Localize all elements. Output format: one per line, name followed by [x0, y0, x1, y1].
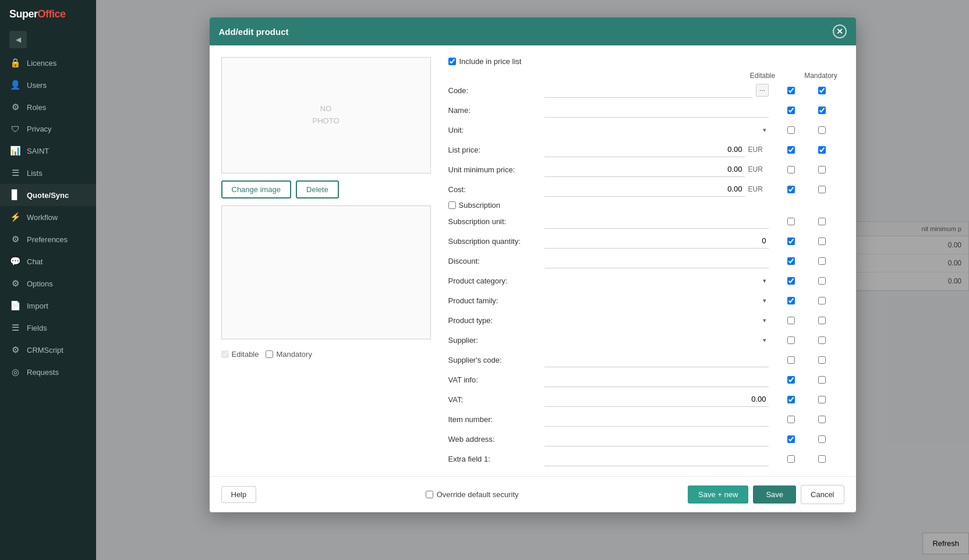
override-security-label[interactable]: Override default security: [426, 490, 519, 499]
list-price-mandatory-checkbox[interactable]: [818, 146, 826, 154]
description-input[interactable]: [222, 206, 430, 339]
field-row-code: Code: ⋯: [448, 82, 844, 98]
vat-info-mandatory-checkbox[interactable]: [818, 376, 826, 384]
editable-checkbox-label[interactable]: Editable: [221, 350, 259, 359]
suppliers-code-mandatory-checkbox[interactable]: [818, 356, 826, 364]
footer-left: Help: [221, 486, 257, 503]
include-price-list-checkbox[interactable]: [448, 58, 456, 65]
mandatory-checkbox[interactable]: [266, 350, 273, 358]
sidebar-item-options[interactable]: ⚙ Options: [0, 272, 96, 295]
mandatory-checkbox-label[interactable]: Mandatory: [266, 350, 312, 359]
field-row-product-type: Product type: ▾: [448, 312, 844, 328]
override-security-checkbox[interactable]: [426, 491, 433, 498]
sidebar-item-lists[interactable]: ☰ Lists: [0, 162, 96, 184]
sidebar-item-users[interactable]: 👤 Users: [0, 74, 96, 96]
field-label-web-address: Web address:: [448, 435, 544, 444]
sub-unit-mandatory-checkbox[interactable]: [818, 218, 826, 225]
sidebar-item-workflow[interactable]: ⚡ Workflow: [0, 206, 96, 228]
sidebar-item-label: Privacy: [27, 125, 52, 133]
vat-input[interactable]: [544, 392, 769, 407]
sidebar-item-privacy[interactable]: 🛡 Privacy: [0, 118, 96, 140]
code-editable-checkbox[interactable]: [787, 87, 795, 94]
subscription-checkbox-label[interactable]: Subscription: [448, 201, 501, 210]
field-checkboxes-unit-min-price: [769, 166, 844, 173]
product-category-editable-checkbox[interactable]: [787, 277, 795, 285]
include-price-list-label[interactable]: Include in price list: [448, 57, 522, 66]
suppliers-code-input[interactable]: [544, 352, 769, 367]
sidebar-item-roles[interactable]: ⚙ Roles: [0, 96, 96, 118]
sidebar-item-preferences[interactable]: ⚙ Preferences: [0, 228, 96, 250]
field-input-area-web-address: [544, 431, 769, 446]
sidebar: SuperOffice ◀ 🔒 Licences 👤 Users ⚙ Roles…: [0, 0, 96, 560]
sidebar-item-import[interactable]: 📄 Import: [0, 295, 96, 317]
sidebar-item-fields[interactable]: ☰ Fields: [0, 317, 96, 339]
vat-info-input[interactable]: [544, 372, 769, 387]
vat-info-editable-checkbox[interactable]: [787, 376, 795, 384]
save-new-button[interactable]: Save + new: [688, 485, 748, 504]
list-price-editable-checkbox[interactable]: [787, 146, 795, 154]
discount-editable-checkbox[interactable]: [787, 257, 795, 265]
product-type-mandatory-checkbox[interactable]: [818, 317, 826, 324]
sub-qty-mandatory-checkbox[interactable]: [818, 238, 826, 245]
extra-field-1-editable-checkbox[interactable]: [787, 455, 795, 463]
product-type-editable-checkbox[interactable]: [787, 317, 795, 324]
description-textarea[interactable]: [221, 205, 431, 339]
code-extra-button[interactable]: ⋯: [756, 84, 769, 97]
subscription-qty-input[interactable]: [544, 233, 769, 249]
web-address-mandatory-checkbox[interactable]: [818, 435, 826, 443]
unit-min-price-input[interactable]: [544, 162, 745, 177]
discount-input[interactable]: [544, 253, 769, 268]
field-input-area-discount: [544, 253, 769, 268]
code-mandatory-checkbox[interactable]: [818, 87, 826, 94]
web-address-editable-checkbox[interactable]: [787, 435, 795, 443]
unit-min-price-editable-checkbox[interactable]: [787, 166, 795, 173]
product-category-mandatory-checkbox[interactable]: [818, 277, 826, 285]
sub-unit-editable-checkbox[interactable]: [787, 218, 795, 225]
cancel-button[interactable]: Cancel: [801, 485, 844, 504]
item-number-mandatory-checkbox[interactable]: [818, 416, 826, 423]
unit-min-price-mandatory-checkbox[interactable]: [818, 166, 826, 173]
sidebar-item-crmscript[interactable]: ⚙ CRMScript: [0, 339, 96, 361]
product-family-mandatory-checkbox[interactable]: [818, 297, 826, 304]
suppliers-code-editable-checkbox[interactable]: [787, 356, 795, 364]
sub-qty-editable-checkbox[interactable]: [787, 238, 795, 245]
dialog-close-button[interactable]: ✕: [833, 24, 847, 38]
code-input[interactable]: [544, 83, 752, 98]
unit-mandatory-checkbox[interactable]: [818, 126, 826, 134]
field-row-discount: Discount:: [448, 253, 844, 269]
web-address-input[interactable]: [544, 431, 769, 446]
name-mandatory-checkbox[interactable]: [818, 107, 826, 114]
sidebar-item-quote-sync[interactable]: ▊ Quote/Sync: [0, 184, 96, 206]
change-image-button[interactable]: Change image: [221, 180, 292, 199]
cost-mandatory-checkbox[interactable]: [818, 186, 826, 193]
cost-input[interactable]: [544, 182, 745, 197]
editable-checkbox[interactable]: [221, 350, 229, 358]
vat-editable-checkbox[interactable]: [787, 396, 795, 403]
sidebar-item-licences[interactable]: 🔒 Licences: [0, 52, 96, 74]
vat-mandatory-checkbox[interactable]: [818, 396, 826, 403]
item-number-input[interactable]: [544, 412, 769, 427]
name-input[interactable]: [544, 102, 769, 118]
sidebar-item-label: Preferences: [27, 235, 68, 244]
discount-mandatory-checkbox[interactable]: [818, 257, 826, 265]
product-family-editable-checkbox[interactable]: [787, 297, 795, 304]
sidebar-item-saint[interactable]: 📊 SAINT: [0, 140, 96, 162]
help-button[interactable]: Help: [221, 486, 257, 503]
extra-field-1-input[interactable]: [544, 451, 769, 466]
sidebar-item-requests[interactable]: ◎ Requests: [0, 361, 96, 383]
name-editable-checkbox[interactable]: [787, 107, 795, 114]
list-price-input[interactable]: [544, 142, 745, 157]
save-button[interactable]: Save: [753, 485, 796, 504]
subscription-unit-input[interactable]: [544, 214, 769, 229]
unit-editable-checkbox[interactable]: [787, 126, 795, 134]
sidebar-collapse-button[interactable]: ◀: [9, 31, 27, 48]
supplier-editable-checkbox[interactable]: [787, 336, 795, 344]
subscription-checkbox[interactable]: [448, 201, 456, 209]
lock-icon: 🔒: [9, 58, 21, 68]
supplier-mandatory-checkbox[interactable]: [818, 336, 826, 344]
cost-editable-checkbox[interactable]: [787, 186, 795, 193]
extra-field-1-mandatory-checkbox[interactable]: [818, 455, 826, 463]
sidebar-item-chat[interactable]: 💬 Chat: [0, 250, 96, 272]
item-number-editable-checkbox[interactable]: [787, 416, 795, 423]
delete-image-button[interactable]: Delete: [296, 180, 339, 199]
